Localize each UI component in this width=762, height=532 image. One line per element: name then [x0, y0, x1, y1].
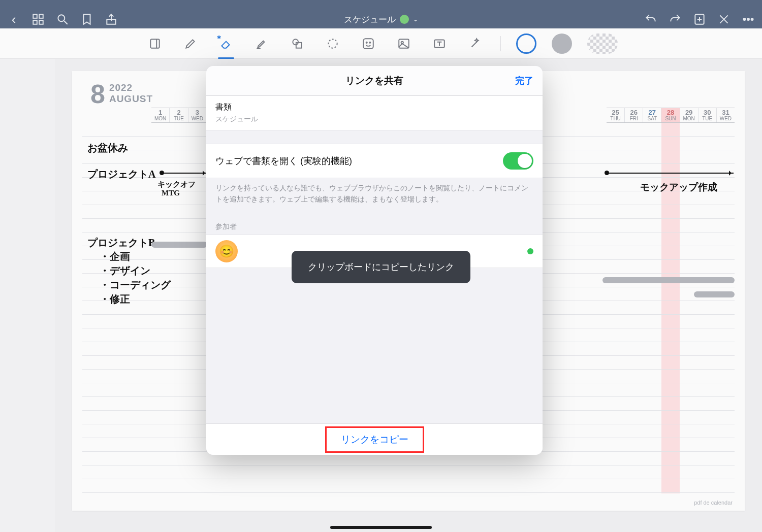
- participant-avatar: 😊: [215, 240, 238, 262]
- document-name: スケジュール: [215, 115, 533, 124]
- document-label: 書類: [215, 102, 533, 113]
- presence-dot-icon: [527, 248, 533, 254]
- sheet-title: リンクを共有: [345, 74, 403, 87]
- sheet-footer: リンクをコピー: [206, 423, 543, 455]
- web-open-label: ウェブで書類を開く (実験的機能): [215, 155, 352, 167]
- done-button[interactable]: 完了: [515, 75, 533, 87]
- clipboard-toast: クリップボードにコピーしたリンク: [292, 251, 470, 283]
- web-open-explain: リンクを持っている人なら誰でも、ウェブブラウザからこのノートを閲覧したり、ノート…: [206, 178, 543, 214]
- sheet-header: リンクを共有 完了: [206, 66, 543, 95]
- web-open-toggle[interactable]: [503, 152, 533, 170]
- document-section: 書類 スケジュール: [206, 95, 543, 130]
- participants-label: 参加者: [206, 214, 543, 235]
- copy-link-button[interactable]: リンクをコピー: [325, 426, 424, 453]
- web-open-section: ウェブで書類を開く (実験的機能): [206, 144, 543, 178]
- home-indicator[interactable]: [330, 526, 432, 529]
